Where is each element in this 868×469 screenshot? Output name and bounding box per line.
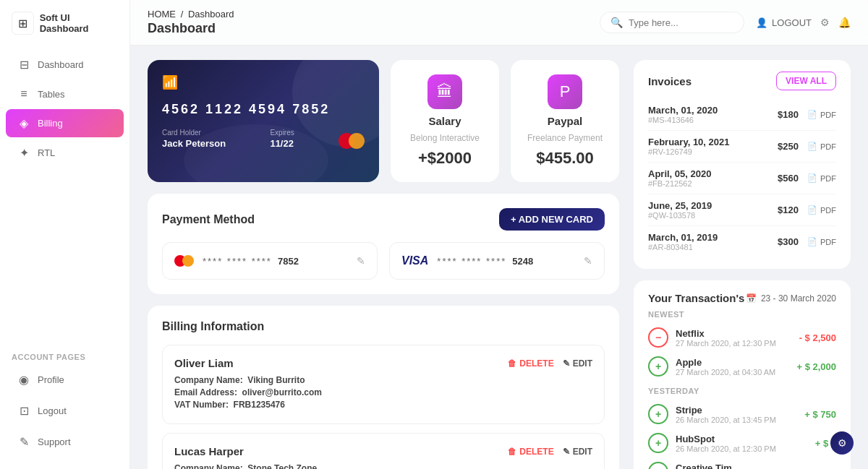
card-details: Card Holder Jack Peterson Expires 11/22 — [162, 129, 365, 149]
billing-vat-1: VAT Number: FRB1235476 — [174, 400, 592, 410]
edit-card-icon-1[interactable]: ✎ — [357, 255, 365, 267]
billing-company-2: Company Name: Stone Tech Zone — [174, 463, 592, 469]
page-title: Dashboard — [148, 21, 234, 36]
date-range-text: 23 - 30 March 2020 — [761, 293, 836, 304]
transaction-name: Stripe — [676, 405, 776, 416]
invoice-row: June, 25, 2019 #QW-103578 $120 📄 PDF — [648, 194, 836, 226]
visa-logo: VISA — [401, 254, 428, 267]
transaction-name: HubSpot — [676, 434, 776, 444]
header-icons: 👤 LOGOUT ⚙ 🔔 — [756, 17, 851, 28]
edit-card-icon-2[interactable]: ✎ — [584, 255, 592, 267]
card-last4-2: 5248 — [512, 256, 533, 267]
sidebar-item-tables[interactable]: ≡ Tables — [6, 80, 124, 108]
invoice-info: March, 01, 2020 #MS-413646 — [648, 105, 718, 124]
edit-button-1[interactable]: ✎ EDIT — [563, 358, 592, 369]
view-all-button[interactable]: VIEW ALL — [776, 72, 836, 90]
profile-icon: ◉ — [17, 373, 30, 387]
settings-icon[interactable]: ⚙ — [820, 17, 830, 28]
sidebar-item-dashboard[interactable]: ⊟ Dashboard — [6, 51, 124, 79]
transaction-row: + HubSpot 26 March 2020, at 12:30 PM + $… — [648, 429, 836, 457]
invoice-info: February, 10, 2021 #RV-126749 — [648, 137, 730, 156]
invoice-pdf[interactable]: 📄 PDF — [807, 237, 836, 246]
payment-card-mastercard: **** **** **** 7852 ✎ — [162, 242, 378, 280]
billing-info-title: Billing Information — [162, 320, 605, 333]
transaction-name: Apple — [676, 357, 775, 368]
paypal-amount: $455.00 — [536, 149, 594, 168]
logo-icon: ⊞ — [12, 12, 34, 35]
transaction-amount: + $ 750 — [804, 409, 836, 420]
rtl-icon: ✦ — [17, 146, 30, 160]
transaction-amount: - $ 2,500 — [799, 332, 836, 343]
pdf-label: PDF — [820, 111, 836, 119]
breadcrumb-separator: / — [181, 9, 184, 20]
sidebar-logo: ⊞ Soft UI Dashboard — [0, 12, 129, 49]
card-last4-1: 7852 — [278, 256, 299, 267]
transaction-icon: − — [648, 327, 668, 348]
dashboard-icon: ⊟ — [17, 58, 30, 72]
sidebar-item-rtl[interactable]: ✦ RTL — [6, 139, 124, 167]
transaction-icon: + — [648, 404, 668, 424]
expires-label: Expires — [270, 129, 294, 137]
paypal-name: Paypal — [548, 115, 582, 127]
billing-actions-1: 🗑 DELETE ✎ EDIT — [508, 358, 592, 369]
transaction-section-label: YESTERDAY — [648, 387, 836, 395]
edit-button-2[interactable]: ✎ EDIT — [563, 447, 592, 457]
transaction-left: + Apple 27 March 2020, at 04:30 AM — [648, 356, 775, 377]
billing-icon: ◈ — [17, 116, 30, 130]
notification-icon[interactable]: 🔔 — [838, 17, 851, 28]
user-icon: 👤 — [756, 17, 767, 28]
invoice-date: March, 01, 2019 — [648, 232, 718, 243]
sidebar-item-label: Dashboard — [38, 59, 84, 70]
transaction-info: HubSpot 26 March 2020, at 12:30 PM — [676, 434, 776, 453]
invoice-pdf[interactable]: 📄 PDF — [807, 110, 836, 119]
invoice-pdf[interactable]: 📄 PDF — [807, 205, 836, 215]
search-icon: 🔍 — [610, 17, 623, 28]
add-new-card-button[interactable]: + ADD NEW CARD — [499, 208, 605, 231]
salary-sub: Belong Interactive — [410, 133, 480, 143]
trash-icon-1: 🗑 — [508, 358, 516, 369]
sidebar-item-logout[interactable]: ⊡ Logout — [6, 397, 124, 425]
logout-label: LOGOUT — [772, 17, 812, 28]
delete-button-2[interactable]: 🗑 DELETE — [508, 447, 553, 457]
invoice-row: February, 10, 2021 #RV-126749 $250 📄 PDF — [648, 131, 836, 163]
sidebar: ⊞ Soft UI Dashboard ⊟ Dashboard ≡ Tables… — [0, 0, 130, 469]
invoice-right: $120 📄 PDF — [778, 205, 836, 215]
billing-entry-2: Lucas Harper 🗑 DELETE ✎ EDIT — [162, 433, 605, 469]
salary-name: Salary — [428, 115, 461, 127]
billing-information-section: Billing Information Oliver Liam 🗑 DELETE — [148, 306, 619, 469]
sidebar-item-label: Profile — [38, 374, 64, 385]
sidebar-item-profile[interactable]: ◉ Profile — [6, 366, 124, 394]
billing-person-1: Oliver Liam — [174, 357, 234, 369]
invoice-id: #QW-103578 — [648, 211, 712, 220]
invoice-id: #RV-126749 — [648, 147, 730, 156]
transactions-title: Your Transaction's — [648, 292, 744, 304]
salary-icon: 🏛 — [427, 74, 462, 109]
invoice-right: $560 📄 PDF — [778, 173, 836, 184]
search-input[interactable] — [629, 17, 733, 28]
invoice-row: April, 05, 2020 #FB-212562 $560 📄 PDF — [648, 163, 836, 194]
content-area: 📶 4562 1122 4594 7852 Card Holder Jack P… — [130, 46, 868, 469]
transactions-header: Your Transaction's 📅 23 - 30 March 2020 — [648, 292, 836, 304]
transaction-date: 26 March 2020, at 12:30 PM — [676, 444, 776, 453]
right-panel: Invoices VIEW ALL March, 01, 2020 #MS-41… — [634, 60, 851, 455]
invoices-header: Invoices VIEW ALL — [648, 72, 836, 90]
paypal-sub: Freelance Payment — [527, 133, 603, 143]
delete-button-1[interactable]: 🗑 DELETE — [508, 358, 553, 369]
transaction-left: + HubSpot 26 March 2020, at 12:30 PM — [648, 433, 776, 453]
transaction-row: − Netflix 27 March 2020, at 12:30 PM - $… — [648, 323, 836, 352]
transaction-amount: + $ 2,000 — [796, 361, 836, 372]
transaction-info: Apple 27 March 2020, at 04:30 AM — [676, 357, 775, 377]
sidebar-item-support[interactable]: ✎ Support — [6, 428, 124, 456]
pdf-label: PDF — [820, 238, 836, 246]
salary-amount: +$2000 — [418, 149, 472, 168]
invoice-pdf[interactable]: 📄 PDF — [807, 142, 836, 151]
expires-value: 11/22 — [270, 138, 294, 149]
invoices-panel: Invoices VIEW ALL March, 01, 2020 #MS-41… — [634, 60, 851, 269]
card-expires-info: Expires 11/22 — [270, 129, 294, 149]
invoice-pdf[interactable]: 📄 PDF — [807, 173, 836, 183]
sidebar-item-billing[interactable]: ◈ Billing — [6, 109, 124, 137]
card-holder-name: Jack Peterson — [162, 138, 226, 149]
search-box[interactable]: 🔍 — [600, 12, 744, 33]
logout-button[interactable]: 👤 LOGOUT — [756, 17, 812, 28]
settings-fab-button[interactable]: ⚙ — [830, 431, 854, 455]
